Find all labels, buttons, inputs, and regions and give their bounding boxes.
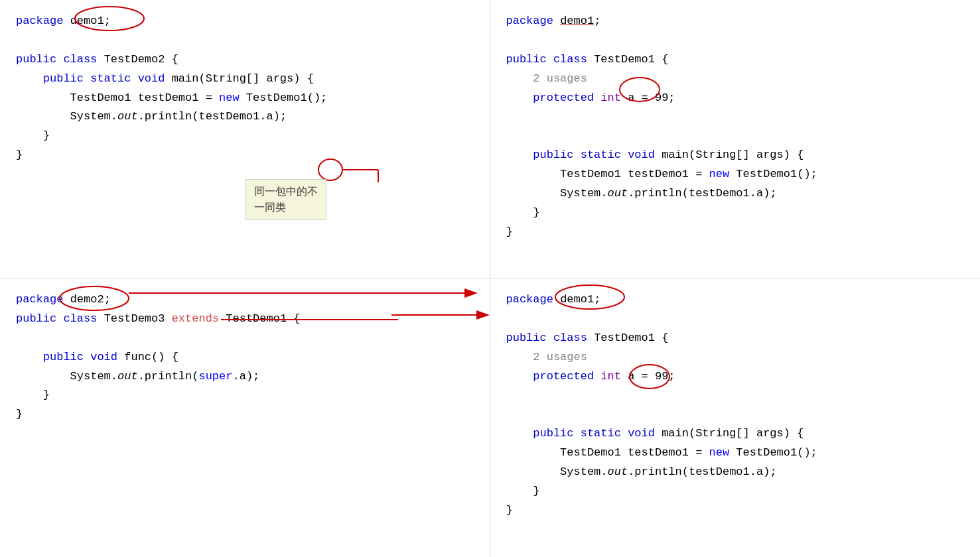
line-blank2	[506, 386, 965, 405]
line-12: }	[506, 223, 965, 242]
quadrant-top-left: package demo1; public class TestDemo2 { …	[0, 0, 490, 278]
quadrant-top-right: package demo1; public class TestDemo1 { …	[490, 0, 981, 278]
pkg-demo2-circled: demo2	[70, 293, 104, 306]
line-5: protected int a = 99;	[506, 89, 965, 108]
code-testdemo2: package demo1; public class TestDemo2 { …	[16, 12, 474, 165]
line-10: System.out.println(testDemo1.a);	[506, 463, 965, 482]
line-11: }	[506, 204, 965, 223]
line-1: package demo1;	[16, 12, 474, 31]
code-testdemo1-top: package demo1; public class TestDemo1 { …	[506, 12, 965, 242]
quadrant-bottom-right: package demo1; public class TestDemo1 { …	[490, 278, 981, 557]
line-1: package demo2;	[16, 290, 474, 310]
line-11: }	[506, 482, 965, 501]
code-testdemo3: package demo2; public class TestDemo3 ex…	[16, 290, 474, 424]
tooltip-same-package: 同一包中的不一同类	[245, 179, 326, 220]
line-10: System.out.println(testDemo1.a);	[506, 184, 965, 204]
pkg-name-circled: demo1	[70, 15, 104, 27]
line-blank	[16, 329, 474, 348]
line-9: TestDemo1 testDemo1 = new TestDemo1();	[506, 165, 965, 184]
line-5: TestDemo1 testDemo1 = new TestDemo1();	[16, 89, 474, 108]
quadrant-bottom-left: package demo2; public class TestDemo3 ex…	[0, 278, 490, 557]
line-blank	[506, 310, 965, 329]
line-8: }	[16, 146, 474, 165]
line-3: public class TestDemo1 {	[506, 329, 965, 348]
line-blank	[506, 31, 965, 50]
line-12: }	[506, 501, 965, 521]
line-5: protected int a = 99;	[506, 367, 965, 387]
line-1: package demo1;	[506, 290, 965, 310]
line-6: System.out.println(testDemo1.a);	[16, 107, 474, 127]
line-4: public static void main(String[] args) {	[16, 70, 474, 89]
code-testdemo1-bottom: package demo1; public class TestDemo1 { …	[506, 290, 965, 521]
var-a-circled: a	[266, 110, 273, 123]
line-blank2	[506, 107, 965, 127]
svg-marker-10	[476, 310, 490, 320]
line-blank3	[506, 405, 965, 424]
kw-package: package	[16, 15, 70, 27]
pkg-demo1-circled: demo1	[560, 293, 594, 306]
line-3: public class TestDemo1 {	[506, 50, 965, 70]
line-8: public static void main(String[] args) {	[506, 424, 965, 444]
line-5: System.out.println(super.a);	[16, 367, 474, 387]
line-1: package demo1;	[506, 12, 965, 31]
line-7: }	[16, 405, 474, 424]
line-blank3	[506, 127, 965, 146]
line-4: public void func() {	[16, 348, 474, 367]
line-2: public class TestDemo3 extends TestDemo1…	[16, 310, 474, 329]
line-8: public static void main(String[] args) {	[506, 146, 965, 165]
line-usages: 2 usages	[506, 348, 965, 367]
line-7: }	[16, 127, 474, 146]
line-usages: 2 usages	[506, 70, 965, 89]
line-6: }	[16, 386, 474, 405]
line-blank	[16, 31, 474, 50]
main-layout: package demo1; public class TestDemo2 { …	[0, 0, 980, 557]
line-3: public class TestDemo2 {	[16, 50, 474, 70]
line-9: TestDemo1 testDemo1 = new TestDemo1();	[506, 444, 965, 463]
